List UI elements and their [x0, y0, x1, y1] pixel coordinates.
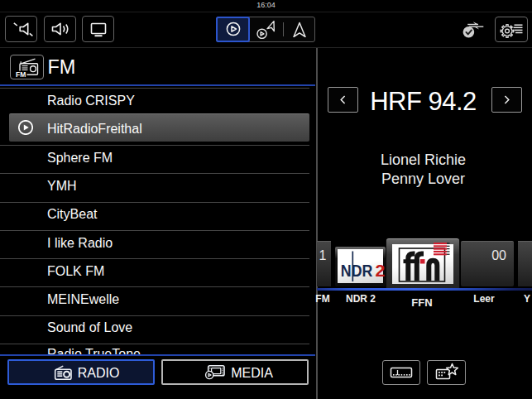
svg-text:2: 2: [376, 261, 386, 280]
svg-text:FM: FM: [16, 70, 26, 79]
svg-text:NDR: NDR: [341, 261, 373, 280]
